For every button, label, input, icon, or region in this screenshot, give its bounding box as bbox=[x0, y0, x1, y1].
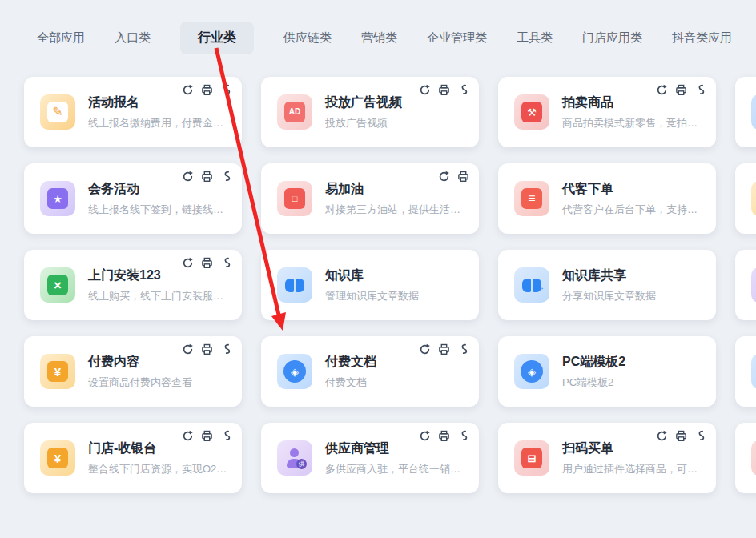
refresh-icon[interactable] bbox=[182, 343, 194, 355]
link-icon[interactable] bbox=[220, 257, 232, 269]
link-icon[interactable] bbox=[220, 343, 232, 355]
app-desc: 代营客户在后台下单，支持自营，... bbox=[562, 203, 703, 217]
app-icon-glyph: ≡ bbox=[528, 192, 535, 205]
app-desc: 多供应商入驻，平台统一销售，商... bbox=[325, 462, 466, 476]
tab-douyin-apps[interactable]: 抖音类应用 bbox=[672, 22, 732, 54]
tab-tools[interactable]: 工具类 bbox=[517, 22, 553, 54]
app-desc: PC端模板2 bbox=[562, 375, 625, 390]
app-title: PC端模板2 bbox=[562, 354, 625, 371]
link-icon[interactable] bbox=[220, 171, 232, 183]
refresh-icon[interactable] bbox=[419, 343, 431, 355]
app-desc: 对接第三方油站，提供生活类服务。 bbox=[325, 203, 466, 217]
link-icon[interactable] bbox=[694, 84, 706, 96]
printer-icon[interactable] bbox=[201, 171, 213, 183]
app-title: 知识库共享 bbox=[562, 267, 656, 284]
partial-app-card-2[interactable] bbox=[735, 163, 756, 234]
app-card-conference-activity[interactable]: ★ 会务活动 线上报名线下签到，链接线下活动。 bbox=[24, 163, 242, 234]
link-icon[interactable] bbox=[694, 430, 706, 442]
refresh-icon[interactable] bbox=[182, 257, 194, 269]
app-desc: 分享知识库文章数据 bbox=[562, 289, 656, 303]
refresh-icon[interactable] bbox=[419, 430, 431, 442]
refresh-icon[interactable] bbox=[656, 430, 668, 442]
printer-icon[interactable] bbox=[201, 430, 213, 442]
link-icon[interactable] bbox=[220, 84, 232, 96]
app-icon-glyph: ✎ bbox=[52, 106, 62, 118]
card-actions bbox=[419, 430, 469, 442]
app-icon bbox=[751, 181, 756, 216]
refresh-icon[interactable] bbox=[438, 171, 450, 183]
app-icon bbox=[277, 267, 312, 303]
printer-icon[interactable] bbox=[201, 257, 213, 269]
refresh-icon[interactable] bbox=[656, 84, 668, 96]
app-title: 代客下单 bbox=[562, 181, 703, 198]
tab-marketing[interactable]: 营销类 bbox=[361, 22, 397, 54]
partial-app-card-3[interactable] bbox=[735, 250, 756, 320]
app-icon: ¥ bbox=[40, 440, 75, 476]
app-card-knowledge-base[interactable]: 知识库 管理知识库文章数据 bbox=[261, 250, 479, 320]
app-icon: ⚒ bbox=[514, 94, 549, 130]
app-card-onsite-install[interactable]: × 上门安装123 线上购买，线下上门安装服务，核... bbox=[24, 250, 242, 320]
app-title: 知识库 bbox=[325, 267, 419, 284]
app-icon: ¥ bbox=[40, 354, 75, 389]
printer-icon[interactable] bbox=[201, 84, 213, 96]
app-title: 扫码买单 bbox=[562, 440, 703, 457]
partial-app-card-4[interactable] bbox=[735, 336, 756, 407]
app-desc: 线上报名缴纳费用，付费金额营销... bbox=[88, 116, 229, 130]
tab-supply-chain[interactable]: 供应链类 bbox=[284, 22, 332, 54]
app-card-order-for-customer[interactable]: ≡ 代客下单 代营客户在后台下单，支持自营，... bbox=[498, 163, 716, 234]
printer-icon[interactable] bbox=[675, 84, 687, 96]
link-icon[interactable] bbox=[457, 430, 469, 442]
app-title: 投放广告视频 bbox=[325, 94, 402, 111]
card-actions bbox=[182, 171, 232, 183]
app-card-scan-pay[interactable]: ⊟ 扫码买单 用户通过插件选择商品，可以直接... bbox=[498, 423, 716, 493]
app-icon bbox=[751, 94, 756, 130]
app-card-paid-content[interactable]: ¥ 付费内容 设置商品付费内容查看 bbox=[24, 336, 242, 407]
app-card-ad-video[interactable]: AD 投放广告视频 投放广告视频 bbox=[261, 77, 479, 147]
app-card-activity-signup[interactable]: ✎ 活动报名 线上报名缴纳费用，付费金额营销... bbox=[24, 77, 242, 147]
tab-store-apps[interactable]: 门店应用类 bbox=[582, 22, 642, 54]
app-icon: ◈ bbox=[277, 354, 312, 389]
link-icon[interactable] bbox=[457, 343, 469, 355]
printer-icon[interactable] bbox=[457, 171, 469, 183]
refresh-icon[interactable] bbox=[419, 84, 431, 96]
app-card-pc-template2[interactable]: ◈ PC端模板2 PC端模板2 bbox=[498, 336, 716, 407]
app-card-supplier-mgmt[interactable]: 供 供应商管理 多供应商入驻，平台统一销售，商... bbox=[261, 423, 479, 493]
app-desc: 用户通过插件选择商品，可以直接... bbox=[562, 462, 703, 476]
app-desc: 线上报名线下签到，链接线下活动。 bbox=[88, 203, 229, 217]
card-actions bbox=[656, 430, 706, 442]
app-icon bbox=[751, 440, 756, 476]
app-grid: ✎ 活动报名 线上报名缴纳费用，付费金额营销... AD 投放广告视频 投放广告… bbox=[24, 77, 716, 493]
app-title: 付费文档 bbox=[325, 354, 376, 371]
app-card-store-cashier[interactable]: ¥ 门店-收银台 整合线下门店资源，实现O2O异业... bbox=[24, 423, 242, 493]
app-desc: 付费文档 bbox=[325, 375, 376, 390]
app-icon: × bbox=[40, 267, 75, 303]
printer-icon[interactable] bbox=[201, 343, 213, 355]
printer-icon[interactable] bbox=[438, 84, 450, 96]
printer-icon[interactable] bbox=[675, 430, 687, 442]
app-card-auction-goods[interactable]: ⚒ 拍卖商品 商品拍卖模式新零售，竞拍出价得... bbox=[498, 77, 716, 147]
app-card-paid-doc[interactable]: ◈ 付费文档 付费文档 bbox=[261, 336, 479, 407]
link-icon[interactable] bbox=[457, 84, 469, 96]
app-icon-glyph: ◈ bbox=[528, 367, 536, 377]
app-card-yi-jiayou[interactable]: □ 易加油 对接第三方油站，提供生活类服务。 bbox=[261, 163, 479, 234]
app-icon: ✎ bbox=[40, 94, 75, 130]
partial-column bbox=[735, 77, 756, 509]
tab-industry[interactable]: 行业类 bbox=[180, 22, 254, 54]
tab-entry[interactable]: 入口类 bbox=[115, 22, 151, 54]
app-title: 拍卖商品 bbox=[562, 94, 703, 111]
link-icon[interactable] bbox=[220, 430, 232, 442]
refresh-icon[interactable] bbox=[182, 84, 194, 96]
app-card-knowledge-share[interactable]: → 知识库共享 分享知识库文章数据 bbox=[498, 250, 716, 320]
card-actions bbox=[182, 257, 232, 269]
printer-icon[interactable] bbox=[438, 430, 450, 442]
refresh-icon[interactable] bbox=[182, 430, 194, 442]
app-icon bbox=[751, 354, 756, 389]
partial-app-card-1[interactable] bbox=[735, 77, 756, 147]
printer-icon[interactable] bbox=[438, 343, 450, 355]
tab-enterprise-mgmt[interactable]: 企业管理类 bbox=[427, 22, 487, 54]
partial-app-card-5[interactable] bbox=[735, 423, 756, 493]
supplier-badge: 供 bbox=[296, 459, 307, 469]
refresh-icon[interactable] bbox=[182, 171, 194, 183]
app-title: 易加油 bbox=[325, 181, 466, 198]
tab-all-apps[interactable]: 全部应用 bbox=[37, 22, 85, 54]
